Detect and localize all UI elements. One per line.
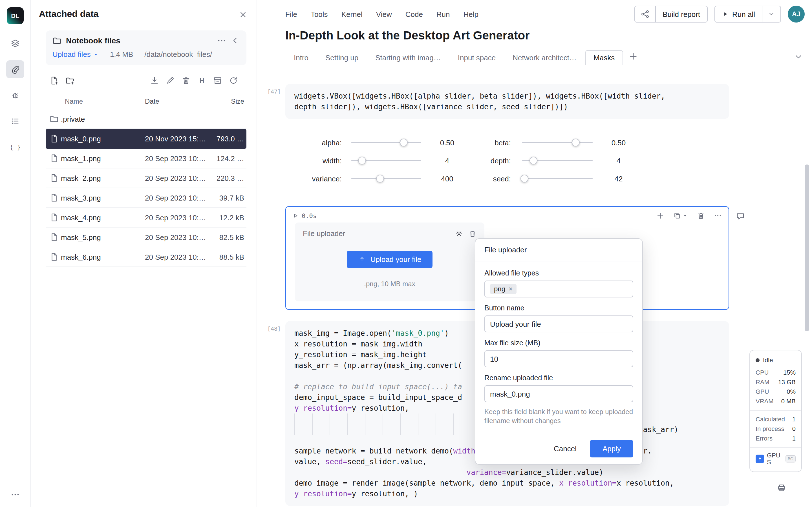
- button-name-input[interactable]: Upload your file: [485, 316, 633, 332]
- slider-row: alpha:0.50beta:0.50: [285, 133, 729, 152]
- file-date: 20 Sep 2023 10:…: [145, 213, 211, 222]
- file-date: 20 Sep 2023 10:…: [145, 233, 211, 241]
- tabs-overflow-icon[interactable]: [794, 52, 803, 65]
- file-row[interactable]: mask_0.png20 Nov 2023 15:…793.0 …: [46, 129, 246, 149]
- file-row[interactable]: mask_5.png20 Sep 2023 10:…82.5 kB: [46, 228, 246, 247]
- run-options-button[interactable]: [762, 6, 780, 22]
- file-icon: [50, 233, 59, 242]
- download-button[interactable]: [150, 76, 159, 87]
- input-value: 10: [490, 355, 498, 363]
- tab-setting-up[interactable]: Setting up: [317, 50, 367, 65]
- menu-file[interactable]: File: [285, 10, 297, 18]
- datalore-logo[interactable]: DL: [7, 7, 24, 24]
- allowed-file-types-input[interactable]: png×: [485, 281, 633, 297]
- avatar[interactable]: AJ: [788, 6, 805, 22]
- run-cell-icon[interactable]: [293, 213, 298, 219]
- cancel-button[interactable]: Cancel: [549, 441, 581, 456]
- file-name: mask_5.png: [59, 233, 145, 241]
- tab-intro[interactable]: Intro: [285, 50, 317, 65]
- new-file-button[interactable]: [50, 76, 59, 87]
- add-cell-button[interactable]: [656, 212, 664, 220]
- upload-your-file-button[interactable]: Upload your file: [347, 251, 433, 268]
- rail-more-button[interactable]: [0, 490, 31, 499]
- cell-counts: Calculated1In process0Errors1: [756, 414, 796, 443]
- hidden-files-button[interactable]: H: [197, 76, 206, 87]
- file-type-cell: [46, 213, 59, 222]
- slider-track[interactable]: [522, 174, 593, 183]
- archive-button[interactable]: [213, 76, 222, 87]
- slider-handle[interactable]: [400, 138, 408, 147]
- printer-icon[interactable]: [777, 483, 786, 492]
- menu-tools[interactable]: Tools: [311, 10, 328, 18]
- tab-network-architect-[interactable]: Network architect…: [504, 50, 585, 65]
- new-folder-button[interactable]: [65, 76, 74, 87]
- slider-track[interactable]: [351, 156, 421, 165]
- add-tab-button[interactable]: [623, 49, 644, 65]
- comment-icon[interactable]: [736, 212, 745, 221]
- file-row[interactable]: .private: [46, 109, 246, 129]
- tab-input-space[interactable]: Input space: [449, 50, 504, 65]
- slider-handle[interactable]: [572, 138, 580, 147]
- delete-widget-icon[interactable]: [469, 230, 476, 237]
- run-all-button[interactable]: Run all: [715, 6, 762, 22]
- rail-layers-icon[interactable]: [6, 34, 24, 52]
- collapse-icon[interactable]: [231, 36, 240, 45]
- delete-cell-button[interactable]: [697, 212, 705, 220]
- menu-view[interactable]: View: [376, 10, 392, 18]
- header-size[interactable]: Size: [211, 97, 246, 105]
- apply-button[interactable]: Apply: [590, 440, 633, 457]
- slider-handle[interactable]: [358, 157, 366, 165]
- tab-starting-with-imag-[interactable]: Starting with imag…: [367, 50, 449, 65]
- file-icon: [50, 193, 59, 202]
- popover-fields: Allowed file typespng×Button nameUpload …: [475, 262, 642, 402]
- new-folder-icon: [65, 76, 74, 85]
- menu-kernel[interactable]: Kernel: [342, 10, 363, 18]
- file-type-cell: [46, 233, 59, 242]
- rail-list-icon[interactable]: [6, 112, 24, 130]
- menu-help[interactable]: Help: [463, 10, 479, 18]
- slider-handle[interactable]: [529, 157, 538, 165]
- slider-track[interactable]: [351, 138, 421, 147]
- machine-row[interactable]: GPU S BG: [756, 452, 796, 465]
- scrollbar-thumb[interactable]: [805, 165, 809, 331]
- build-report-button[interactable]: Build report: [655, 6, 707, 22]
- more-cell-button[interactable]: [714, 212, 722, 220]
- tab-masks[interactable]: Masks: [585, 50, 623, 65]
- file-row[interactable]: mask_3.png20 Sep 2023 10:…39.7 kB: [46, 188, 246, 208]
- rail-braces-icon[interactable]: { }: [6, 138, 24, 156]
- upload-files-link[interactable]: Upload files: [52, 50, 99, 59]
- stat-row: In process0: [756, 424, 796, 434]
- card-more-icon[interactable]: [217, 36, 226, 45]
- menu-run[interactable]: Run: [437, 10, 450, 18]
- file-row[interactable]: mask_4.png20 Sep 2023 10:…12.2 kB: [46, 208, 246, 228]
- refresh-button[interactable]: [229, 76, 238, 87]
- rail-paperclip-icon[interactable]: [6, 60, 24, 78]
- file-row[interactable]: mask_2.png20 Sep 2023 10:…220.3 …: [46, 168, 246, 188]
- close-icon[interactable]: [239, 10, 248, 19]
- rename-uploaded-file-input[interactable]: mask_0.png: [485, 385, 633, 402]
- menu-code[interactable]: Code: [405, 10, 423, 18]
- gear-icon[interactable]: [455, 230, 463, 237]
- code-line: widgets.VBox([widgets.HBox([alpha_slider…: [294, 91, 720, 101]
- rail-bug-icon[interactable]: [6, 86, 24, 104]
- remove-tag-icon[interactable]: ×: [509, 286, 513, 292]
- file-row[interactable]: mask_1.png20 Sep 2023 10:…124.2 …: [46, 149, 246, 168]
- header-date[interactable]: Date: [145, 97, 211, 105]
- kernel-status-panel: Idle CPU15%RAM13 GBGPU0%VRAM0 MB Calcula…: [749, 350, 802, 472]
- delete-button[interactable]: [182, 76, 191, 87]
- slider-handle[interactable]: [376, 175, 384, 182]
- max-file-size-mb--input[interactable]: 10: [485, 350, 633, 367]
- rename-button[interactable]: [166, 76, 175, 87]
- slider-track[interactable]: [522, 156, 593, 165]
- file-row[interactable]: mask_6.png20 Sep 2023 10:…88.5 kB: [46, 247, 246, 267]
- slider-track[interactable]: [522, 138, 593, 147]
- slider-handle[interactable]: [520, 175, 528, 182]
- duplicate-cell-button[interactable]: [673, 212, 688, 220]
- slider-track[interactable]: [351, 174, 421, 183]
- slider-row: width:4depth:4: [285, 152, 729, 170]
- stat-row: Errors1: [756, 434, 796, 443]
- files-table: Name Date Size .privatemask_0.png20 Nov …: [46, 94, 246, 267]
- share-button[interactable]: [635, 6, 655, 22]
- header-name[interactable]: Name: [59, 97, 145, 105]
- code-editor-47[interactable]: widgets.VBox([widgets.HBox([alpha_slider…: [285, 84, 729, 119]
